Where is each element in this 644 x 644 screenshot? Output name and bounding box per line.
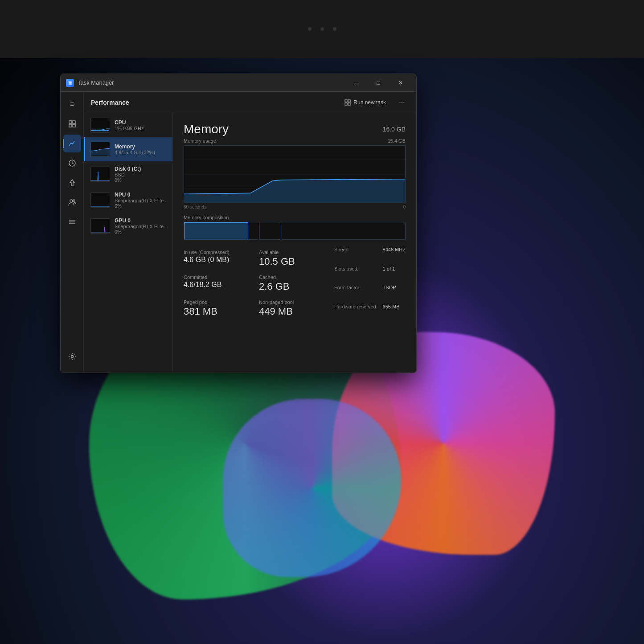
gpu-name: GPU 0: [115, 217, 167, 224]
gpu-detail2: 0%: [115, 229, 167, 234]
sidebar-item-users[interactable]: [63, 193, 81, 211]
disk-detail2: 0%: [115, 177, 167, 183]
svg-rect-13: [345, 103, 347, 105]
paged-pool-label: Paged pool: [184, 299, 252, 305]
svg-rect-11: [345, 100, 347, 102]
stat-committed: Committed 4.6/18.2 GB: [184, 272, 252, 297]
gpu-thumbnail: [90, 218, 110, 234]
svg-rect-3: [73, 124, 75, 127]
memory-info: Memory 4.9/15.4 GB (32%): [115, 144, 167, 155]
in-use-label: In use (Compressed): [184, 250, 252, 255]
cpu-info: CPU 1% 0.89 GHz: [115, 119, 167, 131]
hw-reserved-label: Hardware reserved:: [334, 304, 377, 309]
comp-free: [281, 222, 405, 239]
desktop-swirl-blue: [223, 399, 401, 577]
titlebar: Task Manager — □ ✕: [61, 74, 416, 92]
desktop: Task Manager — □ ✕ ≡: [0, 0, 644, 644]
slots-label: Slots used:: [334, 266, 377, 271]
svg-point-6: [73, 200, 75, 201]
sidebar-item-history[interactable]: [63, 154, 81, 172]
stat-cached: Cached 2.6 GB: [259, 272, 327, 297]
svg-rect-12: [348, 100, 350, 102]
camera-dot: [308, 27, 312, 31]
usage-graph-section: Memory usage 15.4 GB: [184, 138, 406, 209]
process-item-npu[interactable]: NPU 0 Snapdragon(R) X Elite - 0%: [84, 187, 172, 213]
detail-panel: Memory 16.0 GB Memory usage 15.4 GB: [173, 113, 416, 373]
committed-value: 4.6/18.2 GB: [184, 281, 252, 289]
stat-paged-pool: Paged pool 381 MB: [184, 297, 252, 322]
graph-footer: 60 seconds 0: [184, 205, 406, 209]
slots-value: 1 of 1: [383, 266, 406, 271]
sidebar-item-details[interactable]: [63, 213, 81, 231]
process-item-memory[interactable]: Memory 4.9/15.4 GB (32%): [84, 137, 172, 161]
cpu-detail: 1% 0.89 GHz: [115, 126, 167, 131]
process-item-disk[interactable]: Disk 0 (C:) SSD 0%: [84, 161, 172, 187]
app-layout: ≡: [61, 92, 416, 373]
svg-marker-19: [184, 179, 405, 203]
more-options-button[interactable]: ···: [395, 95, 409, 110]
comp-standby: [259, 222, 282, 239]
comp-in-use: [184, 222, 248, 239]
taskmanager-window: Task Manager — □ ✕ ≡: [60, 74, 417, 373]
disk-name: Disk 0 (C:): [115, 166, 167, 172]
run-new-task-button[interactable]: Run new task: [339, 97, 391, 108]
process-item-gpu[interactable]: GPU 0 Snapdragon(R) X Elite - 0%: [84, 213, 172, 239]
window-title: Task Manager: [78, 79, 342, 86]
camera-dot-2: [333, 27, 336, 31]
memory-name: Memory: [115, 144, 167, 150]
cached-label: Cached: [259, 275, 327, 280]
in-use-value: 4.6 GB (0 MB): [184, 256, 252, 264]
cpu-name: CPU: [115, 119, 167, 126]
top-bezel: [0, 0, 644, 58]
npu-detail: Snapdragon(R) X Elite -: [115, 198, 167, 203]
stat-in-use: In use (Compressed) 4.6 GB (0 MB): [184, 247, 252, 272]
form-factor-label: Form factor:: [334, 285, 377, 290]
camera-sensor: [320, 27, 324, 31]
graph-right: 0: [403, 205, 406, 209]
detail-header: Memory 16.0 GB: [184, 122, 406, 136]
sidebar-item-performance[interactable]: [63, 135, 81, 152]
npu-info: NPU 0 Snapdragon(R) X Elite - 0%: [115, 192, 167, 209]
process-item-cpu[interactable]: CPU 1% 0.89 GHz: [84, 113, 172, 137]
sidebar-item-menu[interactable]: ≡: [63, 95, 81, 113]
graph-time: 60 seconds: [184, 205, 206, 209]
sidebar: ≡: [61, 92, 84, 373]
hw-reserved-value: 655 MB: [383, 304, 406, 309]
svg-point-10: [71, 356, 73, 358]
svg-rect-0: [69, 121, 72, 123]
available-label: Available: [259, 250, 327, 255]
composition-section: Memory composition: [184, 215, 406, 240]
sidebar-item-processes[interactable]: [63, 115, 81, 133]
svg-rect-2: [69, 124, 72, 127]
npu-graph: [91, 193, 110, 208]
close-button[interactable]: ✕: [390, 74, 411, 92]
detail-title: Memory: [184, 122, 229, 136]
disk-detail: SSD: [115, 172, 167, 177]
usage-graph-svg: [184, 146, 405, 203]
detail-total: 16.0 GB: [383, 126, 406, 133]
usage-graph-container: [184, 145, 406, 203]
run-task-icon: [345, 99, 351, 106]
content-area: CPU 1% 0.89 GHz: [84, 113, 416, 373]
composition-bar: [184, 222, 406, 240]
sidebar-item-startup[interactable]: [63, 174, 81, 192]
app-icon: [66, 79, 74, 87]
committed-label: Committed: [184, 275, 252, 280]
cached-value: 2.6 GB: [259, 281, 327, 292]
sidebar-settings-button[interactable]: [63, 348, 81, 365]
cpu-graph: [91, 118, 110, 133]
form-factor-value: TSOP: [383, 285, 406, 290]
composition-label: Memory composition: [184, 215, 406, 220]
npu-thumbnail: [90, 193, 110, 208]
minimize-button[interactable]: —: [346, 74, 366, 92]
specs-right: Speed: 8448 MHz Slots used: 1 of 1 Form …: [334, 247, 406, 322]
usage-peak: 15.4 GB: [388, 138, 406, 144]
svg-point-5: [70, 200, 73, 202]
maximize-button[interactable]: □: [368, 74, 389, 92]
svg-rect-1: [73, 121, 75, 123]
header-actions: Run new task ···: [339, 95, 409, 110]
header-title: Performance: [91, 99, 334, 106]
available-value: 10.5 GB: [259, 256, 327, 267]
svg-rect-14: [348, 103, 350, 105]
window-controls: — □ ✕: [346, 74, 411, 92]
